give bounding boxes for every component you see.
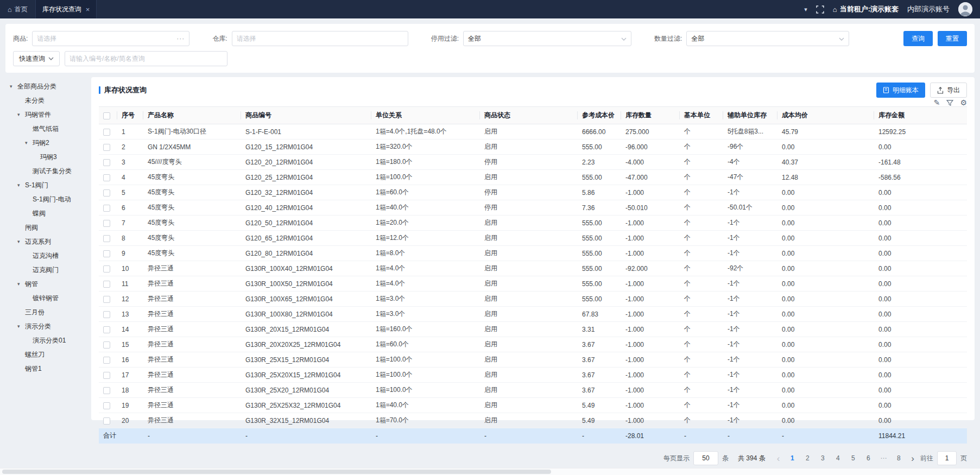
tree-item[interactable]: ▾玛钢2 xyxy=(8,136,86,150)
table-row[interactable]: 16异径三通G130R_25X15_12RM01G041箱=100.0个启用3.… xyxy=(99,352,967,368)
table-row[interactable]: 13异径三通G130R_100X80_12RM01G041箱=3.0个启用67.… xyxy=(99,307,967,322)
table-row[interactable]: 12异径三通G130R_100X65_12RM01G041箱=3.0个启用555… xyxy=(99,292,967,307)
home-tab[interactable]: ⌂ 首页 xyxy=(0,0,35,18)
more-options-icon[interactable]: ··· xyxy=(173,35,185,42)
scrollbar-thumb[interactable] xyxy=(2,470,551,474)
table-row[interactable]: 945度弯头G120_80_12RM01G041箱=8.0个启用555.00-1… xyxy=(99,246,967,261)
table-row[interactable]: 11异径三通G130R_100X50_12RM01G041箱=4.0个启用555… xyxy=(99,276,967,292)
row-checkbox[interactable] xyxy=(103,387,110,394)
row-checkbox[interactable] xyxy=(103,341,110,349)
product-select[interactable]: ··· xyxy=(32,31,189,46)
table-row[interactable]: 645度弯头G120_40_12RM01G041箱=40.0个停用7.36-50… xyxy=(99,200,967,216)
tree-item[interactable]: 测试子集分类 xyxy=(8,164,86,178)
row-checkbox[interactable] xyxy=(103,129,110,136)
row-checkbox[interactable] xyxy=(103,250,110,257)
row-checkbox[interactable] xyxy=(103,205,110,212)
table-row[interactable]: 10异径三通G130R_100X40_12RM01G041箱=4.0个启用555… xyxy=(99,261,967,276)
tree-item[interactable]: 螺丝刀 xyxy=(8,347,86,362)
quantity-filter-select[interactable]: 全部 xyxy=(686,31,849,46)
table-row[interactable]: 18异径三通G130R_25X20_12RM01G041箱=100.0个启用3.… xyxy=(99,383,967,398)
tree-item[interactable]: 演示分类01 xyxy=(8,333,86,347)
tree-expand-icon[interactable]: ▾ xyxy=(17,182,25,188)
tab-inventory-query[interactable]: 库存状况查询 × xyxy=(35,0,97,18)
page-number[interactable]: 2 xyxy=(801,452,814,464)
per-page-input[interactable] xyxy=(693,451,718,465)
gear-icon[interactable]: ⚙ xyxy=(960,99,967,106)
tab-close-icon[interactable]: × xyxy=(86,6,90,13)
tree-item[interactable]: ▾全部商品分类 xyxy=(8,79,86,93)
page-number[interactable]: 8 xyxy=(892,452,905,464)
tree-item[interactable]: 燃气纸箱 xyxy=(8,122,86,136)
prev-page-icon[interactable]: ‹ xyxy=(775,454,782,463)
row-checkbox[interactable] xyxy=(103,220,110,227)
table-row[interactable]: 2GN 1/2X45MMG120_15_12RM01G041箱=320.0个启用… xyxy=(99,140,967,155)
tree-item[interactable]: 蝶阀 xyxy=(8,206,86,220)
tree-item[interactable]: ▾演示分类 xyxy=(8,319,86,333)
row-checkbox[interactable] xyxy=(103,235,110,242)
table-row[interactable]: 17异径三通G130R_25X20X15_12RM01G041箱=100.0个启… xyxy=(99,368,967,383)
select-all-checkbox[interactable] xyxy=(103,112,110,119)
tree-item[interactable]: 未分类 xyxy=(8,93,86,107)
row-checkbox[interactable] xyxy=(103,159,110,166)
row-checkbox[interactable] xyxy=(103,357,110,364)
row-checkbox[interactable] xyxy=(103,417,110,425)
warehouse-select-input[interactable] xyxy=(237,35,403,42)
quick-search-box[interactable] xyxy=(65,51,227,66)
tree-item[interactable]: 迈克沟槽 xyxy=(8,249,86,263)
fullscreen-icon[interactable] xyxy=(816,5,824,14)
avatar[interactable] xyxy=(958,2,972,16)
table-row[interactable]: 345////度弯头G120_20_12RM01G041箱=180.0个停用2.… xyxy=(99,155,967,170)
tree-item[interactable]: 镀锌钢管 xyxy=(8,291,86,305)
edit-icon[interactable]: ✎ xyxy=(934,99,940,106)
tree-item[interactable]: 钢管1 xyxy=(8,362,86,376)
tree-expand-icon[interactable]: ▾ xyxy=(17,324,25,329)
table-row[interactable]: 745度弯头G120_50_12RM01G041箱=20.0个启用555.00-… xyxy=(99,216,967,231)
tenant-info[interactable]: ⌂ 当前租户:演示账套 xyxy=(833,4,899,14)
row-checkbox[interactable] xyxy=(103,174,110,181)
tree-expand-icon[interactable]: ▾ xyxy=(25,140,33,145)
page-number[interactable]: 3 xyxy=(816,452,829,464)
horizontal-scrollbar[interactable] xyxy=(0,468,980,475)
row-checkbox[interactable] xyxy=(103,189,110,197)
row-checkbox[interactable] xyxy=(103,265,110,273)
tree-expand-icon[interactable]: ▾ xyxy=(17,112,25,117)
goto-page-input[interactable] xyxy=(937,451,957,465)
tree-expand-icon[interactable]: ▾ xyxy=(17,281,25,287)
page-number[interactable]: 5 xyxy=(846,452,859,464)
table-row[interactable]: 20异径三通G130R_32X15_12RM01G041箱=70.0个启用5.4… xyxy=(99,413,967,428)
tree-item[interactable]: 三月份 xyxy=(8,305,86,319)
tree-item[interactable]: S-1阀门-电动 xyxy=(8,192,86,206)
table-row[interactable]: 1S-1阀门-电动30口径S-1-F-E-0011箱=4.0个,1托盘=48.0… xyxy=(99,124,967,140)
page-number[interactable]: 6 xyxy=(862,452,875,464)
tree-item[interactable]: 迈克阀门 xyxy=(8,263,86,277)
tree-item[interactable]: 玛钢3 xyxy=(8,150,86,164)
quick-query-button[interactable]: 快速查询 xyxy=(13,51,60,66)
query-button[interactable]: 查询 xyxy=(903,31,933,46)
tree-item[interactable]: ▾迈克系列 xyxy=(8,235,86,249)
quick-query-input[interactable] xyxy=(69,55,223,62)
filter-icon[interactable] xyxy=(946,99,953,106)
page-number[interactable]: 1 xyxy=(786,452,799,464)
tree-item[interactable]: ▾S-1阀门 xyxy=(8,178,86,192)
table-row[interactable]: 445度弯头G120_25_12RM01G041箱=100.0个启用555.00… xyxy=(99,170,967,185)
tree-item[interactable]: ▾钢管 xyxy=(8,277,86,291)
row-checkbox[interactable] xyxy=(103,326,110,333)
row-checkbox[interactable] xyxy=(103,296,110,303)
export-button[interactable]: 导出 xyxy=(930,83,967,98)
table-row[interactable]: 15异径三通G130R_20X20X25_12RM01G041箱=60.0个启用… xyxy=(99,337,967,352)
tree-item[interactable]: 闸阀 xyxy=(8,220,86,235)
table-row[interactable]: 545度弯头G120_32_12RM01G041箱=60.0个停用5.86-1.… xyxy=(99,185,967,200)
table-row[interactable]: 14异径三通G130R_20X15_12RM01G041箱=160.0个启用3.… xyxy=(99,322,967,337)
account-label[interactable]: 内部演示账号 xyxy=(907,4,950,14)
warehouse-select[interactable] xyxy=(232,31,408,46)
row-checkbox[interactable] xyxy=(103,402,110,409)
tree-expand-icon[interactable]: ▾ xyxy=(17,239,25,244)
reset-button[interactable]: 重置 xyxy=(938,31,967,46)
row-checkbox[interactable] xyxy=(103,144,110,151)
tree-expand-icon[interactable]: ▾ xyxy=(10,84,17,89)
disabled-filter-select[interactable]: 全部 xyxy=(463,31,631,46)
detail-ledger-button[interactable]: 明细账本 xyxy=(876,83,925,98)
next-page-icon[interactable]: › xyxy=(909,454,916,463)
product-select-input[interactable] xyxy=(37,35,173,42)
tree-item[interactable]: ▾玛钢管件 xyxy=(8,107,86,122)
